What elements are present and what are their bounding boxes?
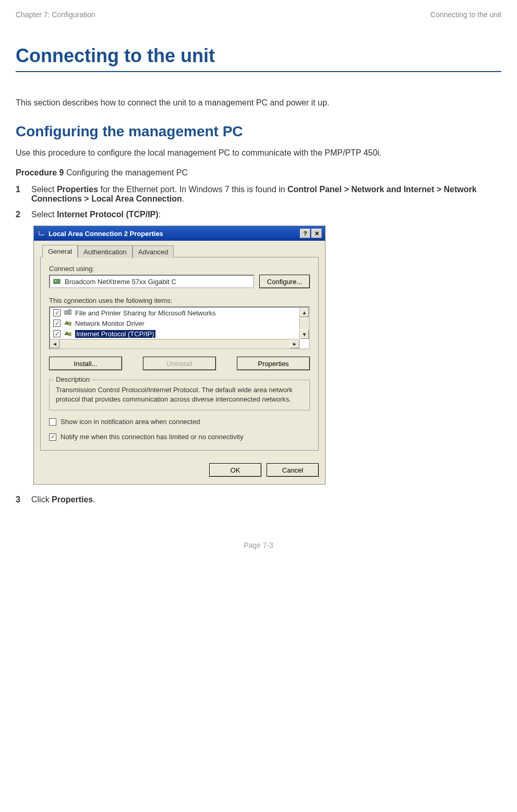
tab-general[interactable]: General [42, 245, 78, 257]
scroll-up-icon[interactable]: ▲ [300, 308, 309, 317]
list-item[interactable]: ✓ Network Monitor Driver [50, 318, 299, 328]
vertical-scrollbar[interactable]: ▲ ▼ [299, 308, 309, 339]
svg-rect-2 [54, 279, 60, 284]
header-left: Chapter 7: Configuration [16, 10, 95, 19]
checkbox-icon[interactable]: ✓ [53, 320, 61, 327]
connection-icon [37, 229, 45, 238]
help-button[interactable]: ? [300, 229, 310, 238]
configure-button[interactable]: Configure... [259, 275, 310, 288]
description-legend: Description [54, 375, 92, 383]
list-item-label: Internet Protocol (TCP/IP) [75, 330, 155, 338]
horizontal-scrollbar[interactable]: ◄ ► [50, 339, 299, 348]
tab-advanced[interactable]: Advanced [133, 245, 174, 258]
page-number: Page 7-3 [16, 541, 501, 549]
steps-list-cont: 3 Click Properties. [16, 495, 501, 504]
scroll-right-icon[interactable]: ► [290, 339, 299, 348]
header-right: Connecting to the unit [430, 10, 501, 19]
list-item-label: Network Monitor Driver [75, 320, 145, 327]
svg-rect-7 [69, 333, 71, 336]
tab-panel-general: Connect using: Broadcom NetXtreme 57xx G… [40, 257, 319, 451]
tab-authentication[interactable]: Authentication [78, 245, 132, 258]
step-number: 2 [16, 210, 31, 219]
description-group: Description Transmission Control Protoco… [49, 380, 310, 410]
list-item[interactable]: ✓ File and Printer Sharing for Microsoft… [50, 308, 299, 318]
svg-rect-3 [55, 280, 56, 281]
items-label: This connection uses the following items… [49, 297, 310, 304]
intro-text: This section describes how to connect th… [16, 98, 501, 108]
step-body: Click Properties. [31, 495, 501, 504]
scroll-down-icon[interactable]: ▼ [300, 329, 309, 339]
checkbox-icon[interactable]: ✓ [53, 330, 61, 337]
protocol-icon [64, 319, 72, 327]
adapter-field: Broadcom NetXtreme 57xx Gigabit C [49, 275, 254, 288]
page-header: Chapter 7: Configuration Connecting to t… [16, 10, 501, 19]
procedure-label: Procedure 9 [16, 168, 64, 177]
checkbox-icon[interactable] [49, 418, 56, 426]
nic-icon [53, 278, 62, 285]
steps-list: 1 Select Properties for the Ethernet por… [16, 185, 501, 219]
step-body: Select Properties for the Ethernet port.… [31, 185, 501, 204]
page-title: Connecting to the unit [16, 45, 501, 72]
checkbox-icon[interactable]: ✓ [53, 309, 61, 316]
procedure-title: Configuring the management PC [64, 168, 187, 177]
dialog-title: Local Area Connection 2 Properties [49, 230, 300, 238]
connect-using-label: Connect using: [49, 265, 310, 273]
list-item-selected[interactable]: ✓ Internet Protocol (TCP/IP) [50, 328, 299, 339]
step-body: Select Internet Protocol (TCP/IP): [31, 210, 501, 219]
checkbox-icon[interactable]: ✓ [49, 433, 56, 441]
body-text: Use this procedure to configure the loca… [16, 148, 501, 158]
show-icon-checkbox[interactable]: Show icon in notification area when conn… [49, 418, 310, 426]
ok-button[interactable]: OK [209, 463, 261, 477]
step-number: 3 [16, 495, 31, 504]
protocol-icon [64, 329, 72, 338]
dialog-titlebar[interactable]: Local Area Connection 2 Properties ? ✕ [34, 226, 325, 241]
svg-rect-6 [69, 322, 71, 325]
step-number: 1 [16, 185, 31, 194]
adapter-name: Broadcom NetXtreme 57xx Gigabit C [65, 278, 176, 286]
uninstall-button: UninstallUninstall [143, 357, 216, 370]
service-icon [64, 309, 72, 317]
install-button[interactable]: IInstall...nstall... [49, 357, 122, 370]
properties-button[interactable]: PropertiesProperties [237, 357, 310, 370]
svg-rect-5 [68, 310, 71, 314]
scroll-left-icon[interactable]: ◄ [50, 339, 59, 348]
dialog-footer: OK Cancel [34, 458, 325, 484]
components-list[interactable]: ✓ File and Printer Sharing for Microsoft… [49, 307, 310, 349]
step-2: 2 Select Internet Protocol (TCP/IP): [16, 210, 501, 219]
close-button[interactable]: ✕ [311, 229, 322, 238]
svg-rect-0 [38, 231, 41, 233]
section-heading: Configuring the management PC [16, 123, 501, 140]
svg-rect-4 [65, 311, 67, 314]
notify-checkbox[interactable]: ✓ Notify me when this connection has lim… [49, 433, 310, 441]
step-1: 1 Select Properties for the Ethernet por… [16, 185, 501, 204]
cancel-button[interactable]: Cancel [267, 463, 319, 477]
list-item-label: File and Printer Sharing for Microsoft N… [75, 309, 215, 317]
properties-dialog: Local Area Connection 2 Properties ? ✕ G… [33, 226, 326, 485]
description-text: Transmission Control Protocol/Internet P… [56, 385, 303, 404]
procedure-caption: Procedure 9 Configuring the management P… [16, 168, 501, 178]
dialog-tabs: General Authentication Advanced [40, 245, 319, 257]
step-3: 3 Click Properties. [16, 495, 501, 504]
